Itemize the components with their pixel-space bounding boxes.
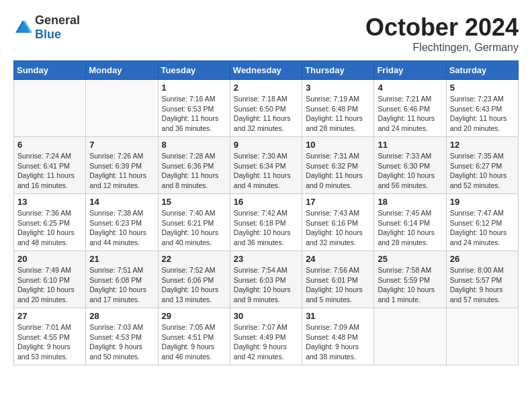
calendar-cell xyxy=(446,308,518,365)
day-detail: Sunrise: 7:05 AM Sunset: 4:51 PM Dayligh… xyxy=(162,322,226,362)
calendar-cell: 10Sunrise: 7:31 AM Sunset: 6:32 PM Dayli… xyxy=(302,137,374,194)
calendar-header-row: Sunday Monday Tuesday Wednesday Thursday… xyxy=(14,61,519,80)
day-number: 10 xyxy=(306,140,370,150)
day-number: 1 xyxy=(162,83,226,93)
day-detail: Sunrise: 7:18 AM Sunset: 6:50 PM Dayligh… xyxy=(234,94,298,134)
calendar-cell: 6Sunrise: 7:24 AM Sunset: 6:41 PM Daylig… xyxy=(14,137,86,194)
calendar-cell: 29Sunrise: 7:05 AM Sunset: 4:51 PM Dayli… xyxy=(158,308,230,365)
day-detail: Sunrise: 7:52 AM Sunset: 6:06 PM Dayligh… xyxy=(162,265,226,305)
location-title: Flechtingen, Germany xyxy=(365,42,519,54)
day-detail: Sunrise: 7:45 AM Sunset: 6:14 PM Dayligh… xyxy=(378,208,442,248)
day-detail: Sunrise: 7:33 AM Sunset: 6:30 PM Dayligh… xyxy=(378,151,442,191)
calendar-cell: 18Sunrise: 7:45 AM Sunset: 6:14 PM Dayli… xyxy=(374,194,446,251)
day-detail: Sunrise: 7:26 AM Sunset: 6:39 PM Dayligh… xyxy=(89,151,154,191)
title-area: October 2024 Flechtingen, Germany xyxy=(365,13,519,54)
calendar-cell: 27Sunrise: 7:01 AM Sunset: 4:55 PM Dayli… xyxy=(14,308,86,365)
calendar-cell xyxy=(374,308,446,365)
calendar-cell: 31Sunrise: 7:09 AM Sunset: 4:48 PM Dayli… xyxy=(302,308,374,365)
day-detail: Sunrise: 7:23 AM Sunset: 6:43 PM Dayligh… xyxy=(450,94,515,134)
calendar-cell: 30Sunrise: 7:07 AM Sunset: 4:49 PM Dayli… xyxy=(230,308,302,365)
day-detail: Sunrise: 7:16 AM Sunset: 6:53 PM Dayligh… xyxy=(162,94,226,134)
day-number: 17 xyxy=(306,197,370,207)
calendar-cell: 15Sunrise: 7:40 AM Sunset: 6:21 PM Dayli… xyxy=(158,194,230,251)
calendar-cell: 9Sunrise: 7:30 AM Sunset: 6:34 PM Daylig… xyxy=(230,137,302,194)
day-number: 23 xyxy=(234,254,298,264)
day-detail: Sunrise: 7:07 AM Sunset: 4:49 PM Dayligh… xyxy=(234,322,298,362)
calendar-week-row-5: 27Sunrise: 7:01 AM Sunset: 4:55 PM Dayli… xyxy=(14,308,519,365)
day-detail: Sunrise: 7:38 AM Sunset: 6:23 PM Dayligh… xyxy=(89,208,154,248)
calendar-cell: 5Sunrise: 7:23 AM Sunset: 6:43 PM Daylig… xyxy=(446,80,518,137)
logo-general-text: General xyxy=(35,13,80,27)
day-detail: Sunrise: 7:51 AM Sunset: 6:08 PM Dayligh… xyxy=(89,265,154,305)
col-saturday: Saturday xyxy=(446,61,518,80)
calendar-cell: 4Sunrise: 7:21 AM Sunset: 6:46 PM Daylig… xyxy=(374,80,446,137)
logo-blue-text: Blue xyxy=(35,28,61,41)
day-number: 14 xyxy=(89,197,154,207)
calendar-week-row-3: 13Sunrise: 7:36 AM Sunset: 6:25 PM Dayli… xyxy=(14,194,519,251)
logo: General Blue xyxy=(13,13,80,42)
day-number: 9 xyxy=(234,140,298,150)
header-area: General Blue October 2024 Flechtingen, G… xyxy=(13,13,519,54)
calendar-cell: 24Sunrise: 7:56 AM Sunset: 6:01 PM Dayli… xyxy=(302,251,374,308)
day-detail: Sunrise: 7:01 AM Sunset: 4:55 PM Dayligh… xyxy=(17,322,82,362)
day-number: 18 xyxy=(378,197,442,207)
calendar-cell: 22Sunrise: 7:52 AM Sunset: 6:06 PM Dayli… xyxy=(158,251,230,308)
day-number: 5 xyxy=(450,83,515,93)
calendar-table: Sunday Monday Tuesday Wednesday Thursday… xyxy=(13,60,519,365)
calendar-cell: 16Sunrise: 7:42 AM Sunset: 6:18 PM Dayli… xyxy=(230,194,302,251)
day-detail: Sunrise: 7:56 AM Sunset: 6:01 PM Dayligh… xyxy=(306,265,370,305)
calendar-cell: 23Sunrise: 7:54 AM Sunset: 6:03 PM Dayli… xyxy=(230,251,302,308)
day-detail: Sunrise: 7:28 AM Sunset: 6:36 PM Dayligh… xyxy=(162,151,226,191)
day-detail: Sunrise: 7:35 AM Sunset: 6:27 PM Dayligh… xyxy=(450,151,515,191)
calendar-cell: 7Sunrise: 7:26 AM Sunset: 6:39 PM Daylig… xyxy=(86,137,158,194)
calendar-cell: 12Sunrise: 7:35 AM Sunset: 6:27 PM Dayli… xyxy=(446,137,518,194)
calendar-cell: 21Sunrise: 7:51 AM Sunset: 6:08 PM Dayli… xyxy=(86,251,158,308)
day-detail: Sunrise: 7:21 AM Sunset: 6:46 PM Dayligh… xyxy=(378,94,442,134)
calendar-week-row-4: 20Sunrise: 7:49 AM Sunset: 6:10 PM Dayli… xyxy=(14,251,519,308)
day-number: 31 xyxy=(306,311,370,321)
calendar-cell xyxy=(14,80,86,137)
day-detail: Sunrise: 7:31 AM Sunset: 6:32 PM Dayligh… xyxy=(306,151,370,191)
day-detail: Sunrise: 7:54 AM Sunset: 6:03 PM Dayligh… xyxy=(234,265,298,305)
calendar-cell: 19Sunrise: 7:47 AM Sunset: 6:12 PM Dayli… xyxy=(446,194,518,251)
day-detail: Sunrise: 7:42 AM Sunset: 6:18 PM Dayligh… xyxy=(234,208,298,248)
day-number: 4 xyxy=(378,83,442,93)
calendar-week-row-1: 1Sunrise: 7:16 AM Sunset: 6:53 PM Daylig… xyxy=(14,80,519,137)
day-detail: Sunrise: 7:36 AM Sunset: 6:25 PM Dayligh… xyxy=(17,208,82,248)
day-number: 30 xyxy=(234,311,298,321)
calendar-cell: 8Sunrise: 7:28 AM Sunset: 6:36 PM Daylig… xyxy=(158,137,230,194)
day-number: 8 xyxy=(162,140,226,150)
col-tuesday: Tuesday xyxy=(158,61,230,80)
calendar-cell: 25Sunrise: 7:58 AM Sunset: 5:59 PM Dayli… xyxy=(374,251,446,308)
day-number: 3 xyxy=(306,83,370,93)
day-number: 26 xyxy=(450,254,515,264)
day-detail: Sunrise: 7:30 AM Sunset: 6:34 PM Dayligh… xyxy=(234,151,298,191)
calendar-cell: 28Sunrise: 7:03 AM Sunset: 4:53 PM Dayli… xyxy=(86,308,158,365)
col-friday: Friday xyxy=(374,61,446,80)
col-sunday: Sunday xyxy=(14,61,86,80)
day-number: 22 xyxy=(162,254,226,264)
day-number: 19 xyxy=(450,197,515,207)
day-number: 6 xyxy=(17,140,82,150)
day-number: 27 xyxy=(17,311,82,321)
calendar-cell: 1Sunrise: 7:16 AM Sunset: 6:53 PM Daylig… xyxy=(158,80,230,137)
calendar-week-row-2: 6Sunrise: 7:24 AM Sunset: 6:41 PM Daylig… xyxy=(14,137,519,194)
day-number: 28 xyxy=(89,311,154,321)
calendar-cell: 26Sunrise: 8:00 AM Sunset: 5:57 PM Dayli… xyxy=(446,251,518,308)
calendar-cell: 3Sunrise: 7:19 AM Sunset: 6:48 PM Daylig… xyxy=(302,80,374,137)
calendar-cell: 20Sunrise: 7:49 AM Sunset: 6:10 PM Dayli… xyxy=(14,251,86,308)
day-detail: Sunrise: 7:49 AM Sunset: 6:10 PM Dayligh… xyxy=(17,265,82,305)
day-detail: Sunrise: 7:24 AM Sunset: 6:41 PM Dayligh… xyxy=(17,151,82,191)
month-title: October 2024 xyxy=(365,13,519,42)
day-number: 2 xyxy=(234,83,298,93)
calendar-cell: 13Sunrise: 7:36 AM Sunset: 6:25 PM Dayli… xyxy=(14,194,86,251)
col-monday: Monday xyxy=(86,61,158,80)
day-number: 20 xyxy=(17,254,82,264)
day-number: 15 xyxy=(162,197,226,207)
day-number: 7 xyxy=(89,140,154,150)
day-number: 24 xyxy=(306,254,370,264)
day-detail: Sunrise: 7:47 AM Sunset: 6:12 PM Dayligh… xyxy=(450,208,515,248)
day-number: 29 xyxy=(162,311,226,321)
day-number: 11 xyxy=(378,140,442,150)
day-detail: Sunrise: 7:40 AM Sunset: 6:21 PM Dayligh… xyxy=(162,208,226,248)
